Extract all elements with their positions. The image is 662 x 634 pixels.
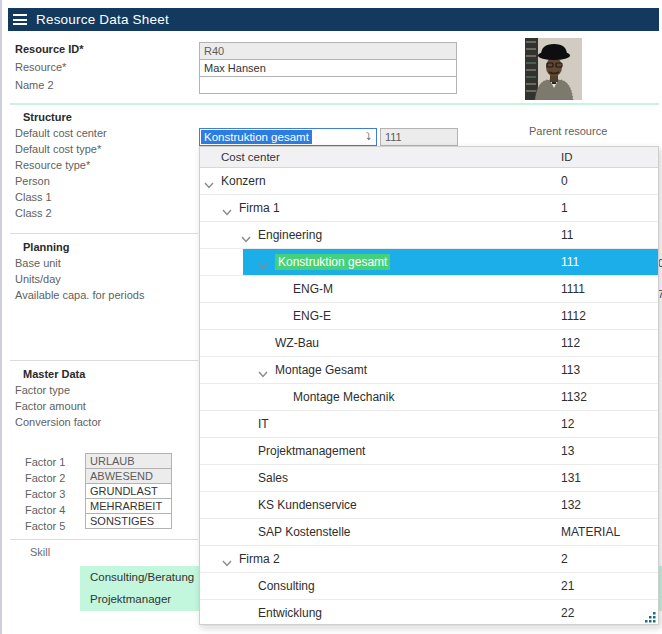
hamburger-menu-icon[interactable] — [13, 14, 27, 25]
tree-row-id: 111 — [561, 249, 579, 275]
resource-data-sheet-window: Resource Data Sheet Resource ID* Resourc… — [0, 0, 662, 634]
base-unit-label: Base unit — [15, 257, 61, 269]
parent-resource-label: Parent resource — [529, 125, 607, 137]
tree-row-id: 12 — [561, 411, 574, 437]
master-data-heading: Master Data — [23, 368, 85, 380]
tree-expand-chevron-icon[interactable] — [241, 232, 251, 246]
tree-row-id: 1 — [561, 195, 568, 221]
tree-row-id: 1112 — [561, 303, 586, 329]
factor-type-label: Factor type — [15, 384, 70, 396]
tree-row[interactable]: Entwicklung22 — [200, 600, 658, 627]
conversion-factor-label: Conversion factor — [15, 416, 101, 428]
tree-row-name: Consulting — [258, 573, 315, 599]
tree-row-name: Konzern — [221, 168, 266, 194]
tree-expand-chevron-icon[interactable] — [204, 178, 214, 192]
name2-input[interactable] — [199, 76, 457, 94]
tree-row-id: 11 — [561, 222, 573, 248]
skill-heading: Skill — [30, 546, 50, 558]
cost-center-dropdown-panel: Cost center ID Konzern0Firma 11Engineeri… — [199, 146, 659, 625]
tree-row-name: Firma 1 — [239, 195, 280, 221]
tree-row-id: 112 — [561, 330, 580, 356]
tree-row-name: SAP Kostenstelle — [258, 519, 351, 545]
title-bar: Resource Data Sheet — [8, 8, 659, 31]
cost-center-combobox[interactable]: Konstruktion gesamt ⤵ — [199, 128, 377, 146]
resource-id-input[interactable] — [199, 42, 457, 60]
resource-type-label: Resource type* — [15, 159, 90, 171]
cost-center-tree: Konzern0Firma 11Engineering11Konstruktio… — [200, 168, 658, 627]
resource-id-label: Resource ID* — [15, 43, 83, 55]
tree-row[interactable]: Montage Mechanik1132 — [200, 384, 658, 411]
cost-center-id-input[interactable] — [380, 128, 458, 146]
section-separator — [10, 233, 198, 234]
tree-row[interactable]: ENG-E1112 — [200, 303, 658, 330]
factor3-label: Factor 3 — [25, 488, 65, 500]
factor-amount-label: Factor amount — [15, 400, 86, 412]
available-capa-label: Available capa. for periods — [15, 289, 144, 301]
tree-row-name: ENG-E — [293, 303, 331, 329]
default-cost-center-label: Default cost center — [15, 127, 107, 139]
structure-heading: Structure — [23, 111, 72, 123]
tree-row-id: 0 — [561, 168, 568, 194]
factor2-label: Factor 2 — [25, 472, 65, 484]
class2-label: Class 2 — [15, 207, 52, 219]
default-cost-type-label: Default cost type* — [15, 143, 101, 155]
tree-row[interactable]: Konzern0 — [200, 168, 658, 195]
section-separator — [10, 360, 198, 361]
resource-label: Resource* — [15, 61, 66, 73]
tree-row[interactable]: Sales131 — [200, 465, 658, 492]
resize-grip[interactable] — [644, 610, 656, 622]
factor1-input[interactable] — [85, 453, 172, 469]
tree-row[interactable]: IT12 — [200, 411, 658, 438]
combobox-selected-value: Konstruktion gesamt — [201, 130, 312, 144]
tree-row[interactable]: Firma 22 — [200, 546, 658, 573]
tree-row-id: 13 — [561, 438, 574, 464]
chevron-down-icon: ⤵ — [366, 132, 371, 142]
tree-row[interactable]: Montage Gesamt113 — [200, 357, 658, 384]
tree-row[interactable]: KS Kundenservice132 — [200, 492, 658, 519]
tree-row-id: 113 — [561, 357, 580, 383]
tree-row-id: 2 — [561, 546, 568, 572]
tree-row-name: Entwicklung — [258, 600, 322, 626]
factor3-input[interactable] — [85, 483, 172, 499]
tree-row-id: 1111 — [561, 276, 585, 302]
factor4-input[interactable] — [85, 498, 172, 514]
tree-row[interactable]: SAP KostenstelleMATERIAL — [200, 519, 658, 546]
page-title: Resource Data Sheet — [36, 12, 169, 27]
tree-expand-chevron-icon[interactable] — [258, 259, 268, 273]
person-label: Person — [15, 175, 50, 187]
tree-row-id: 132 — [561, 492, 581, 518]
tree-row[interactable]: Engineering11 — [200, 222, 658, 249]
tree-row-name: Engineering — [258, 222, 322, 248]
tree-row-id: 1132 — [561, 384, 587, 410]
tree-row-name: Projektmanagement — [258, 438, 365, 464]
tree-row[interactable]: Consulting21 — [200, 573, 658, 600]
class1-label: Class 1 — [15, 191, 52, 203]
section-separator — [10, 103, 659, 105]
column-header-id: ID — [561, 147, 573, 167]
tree-row-name: Firma 2 — [239, 546, 280, 572]
units-day-label: Units/day — [15, 273, 61, 285]
tree-row-name: Konstruktion gesamt — [275, 249, 390, 275]
section-separator — [10, 539, 198, 540]
tree-row-id: MATERIAL — [561, 519, 620, 545]
tree-row[interactable]: Firma 11 — [200, 195, 658, 222]
resource-name-input[interactable] — [199, 59, 457, 77]
factor4-label: Factor 4 — [25, 504, 65, 516]
skill-item[interactable]: Projektmanager — [80, 588, 199, 610]
tree-row[interactable]: WZ-Bau112 — [200, 330, 658, 357]
tree-row-name: ENG-M — [293, 276, 333, 302]
tree-expand-chevron-icon[interactable] — [258, 367, 268, 381]
tree-expand-chevron-icon[interactable] — [222, 556, 232, 570]
tree-expand-chevron-icon[interactable] — [222, 205, 232, 219]
tree-row-name: Montage Mechanik — [293, 384, 394, 410]
tree-row[interactable]: Projektmanagement13 — [200, 438, 658, 465]
planning-heading: Planning — [23, 241, 69, 253]
factor2-input[interactable] — [85, 468, 172, 484]
skill-item[interactable]: Consulting/Beratung — [80, 566, 199, 588]
tree-row[interactable]: ENG-M1111 — [200, 276, 658, 303]
factor5-input[interactable] — [85, 513, 172, 529]
factor1-label: Factor 1 — [25, 456, 65, 468]
tree-row[interactable]: Konstruktion gesamt111 — [200, 249, 658, 276]
dropdown-header-row: Cost center ID — [200, 147, 658, 168]
tree-row-name: Montage Gesamt — [275, 357, 367, 383]
